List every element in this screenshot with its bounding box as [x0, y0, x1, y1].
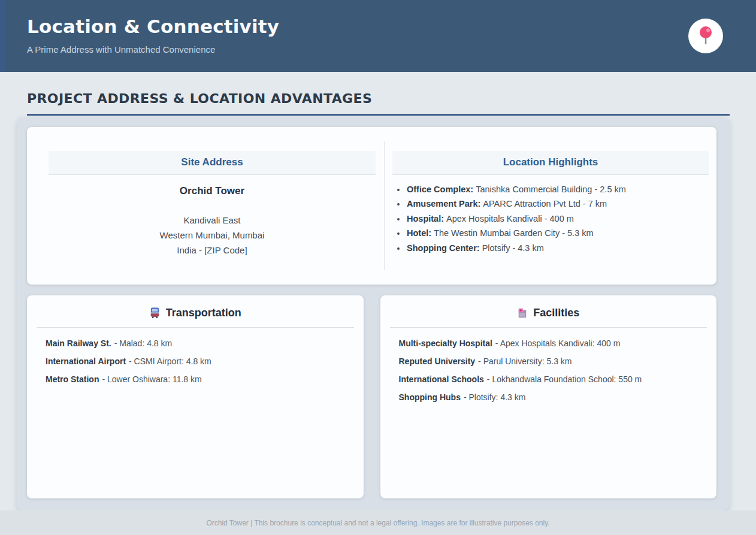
item-label: International Schools	[399, 374, 484, 384]
item-text: - Lower Oshiwara: 11.8 km	[102, 374, 201, 384]
pin-badge	[688, 19, 723, 53]
section-heading-wrap: PROJECT ADDRESS & LOCATION ADVANTAGES	[27, 72, 730, 116]
highlight-text: Tanishka Commercial Building - 2.5 km	[476, 185, 626, 194]
transportation-item: Metro Station- Lower Oshiwara: 11.8 km	[46, 374, 345, 384]
highlight-text: APARC Attraction Pvt Ltd - 7 km	[483, 199, 607, 208]
section-heading: PROJECT ADDRESS & LOCATION ADVANTAGES	[27, 91, 730, 107]
item-label: Metro Station	[46, 374, 99, 384]
site-address-title: Site Address	[49, 151, 376, 175]
item-label: Main Railway St.	[46, 338, 111, 348]
address-highlights-card: Site Address Orchid Tower Kandivali East…	[27, 127, 716, 285]
item-label: International Airport	[46, 356, 126, 366]
transportation-item: International Airport- CSMI Airport: 4.8…	[46, 356, 345, 366]
item-text: - Malad: 4.8 km	[114, 338, 172, 348]
facilities-list: Multi-specialty Hospital- Apex Hospitals…	[390, 328, 707, 402]
highlight-text: Plotsify - 4.3 km	[482, 243, 544, 253]
highlight-item: Amusement Park:APARC Attraction Pvt Ltd …	[406, 197, 709, 211]
facilities-title-text: Facilities	[533, 306, 579, 319]
train-icon	[149, 307, 161, 319]
item-label: Reputed University	[399, 356, 476, 366]
highlight-text: The Westin Mumbai Garden City - 5.3 km	[434, 228, 593, 238]
item-label: Shopping Hubs	[399, 392, 461, 402]
highlight-text: Apex Hospitals Kandivali - 400 m	[446, 214, 574, 223]
facility-item: Multi-specialty Hospital- Apex Hospitals…	[399, 338, 698, 348]
main-content: PROJECT ADDRESS & LOCATION ADVANTAGES Si…	[0, 72, 756, 510]
round-pushpin-icon	[698, 26, 713, 46]
facilities-card-title: Facilities	[390, 295, 707, 328]
header: Location & Connectivity A Prime Address …	[0, 0, 756, 72]
item-text: - Lokhandwala Foundation School: 550 m	[487, 374, 642, 384]
transportation-list: Main Railway St.- Malad: 4.8 km Internat…	[37, 328, 354, 384]
highlight-label: Office Complex:	[407, 185, 473, 194]
content-panel: Site Address Orchid Tower Kandivali East…	[17, 117, 730, 510]
highlight-label: Hotel:	[407, 228, 431, 238]
highlight-item: Shopping Center:Plotsify - 4.3 km	[406, 241, 709, 255]
transportation-title-text: Transportation	[166, 306, 241, 319]
highlight-label: Hospital:	[407, 214, 444, 223]
page-subtitle: A Prime Address with Unmatched Convenien…	[27, 44, 756, 55]
highlight-item: Hospital:Apex Hospitals Kandivali - 400 …	[406, 211, 709, 226]
address-block: Kandivali East Western Mumbai, Mumbai In…	[49, 213, 376, 258]
highlights-list: Office Complex:Tanishka Commercial Build…	[392, 182, 709, 255]
location-highlights-section: Location Highlights Office Complex:Tanis…	[385, 127, 716, 285]
facilities-card: Facilities Multi-specialty Hospital- Ape…	[380, 295, 717, 498]
item-text: - Parul University: 5.3 km	[478, 356, 571, 366]
item-label: Multi-specialty Hospital	[399, 338, 492, 348]
address-line: India - [ZIP Code]	[49, 243, 376, 258]
highlight-item: Office Complex:Tanishka Commercial Build…	[406, 182, 709, 197]
highlight-label: Shopping Center:	[407, 243, 480, 253]
location-highlights-title: Location Highlights	[392, 151, 709, 175]
hospital-icon	[517, 307, 528, 319]
site-address-section: Site Address Orchid Tower Kandivali East…	[27, 127, 384, 285]
item-text: - Apex Hospitals Kandivali: 400 m	[495, 338, 621, 348]
highlight-label: Amusement Park:	[407, 199, 480, 208]
transportation-card-title: Transportation	[37, 295, 354, 328]
highlight-item: Hotel:The Westin Mumbai Garden City - 5.…	[406, 226, 709, 240]
address-line: Kandivali East	[49, 213, 376, 228]
footer-disclaimer: Orchid Tower | This brochure is conceptu…	[206, 519, 549, 527]
item-text: - Plotsify: 4.3 km	[464, 392, 525, 402]
transportation-card: Transportation Main Railway St.- Malad: …	[27, 295, 364, 498]
footer: Orchid Tower | This brochure is conceptu…	[0, 510, 756, 535]
facility-item: Reputed University- Parul University: 5.…	[399, 356, 698, 366]
page-title: Location & Connectivity	[27, 15, 756, 38]
item-text: - CSMI Airport: 4.8 km	[129, 356, 211, 366]
facility-item: International Schools- Lokhandwala Found…	[399, 374, 698, 384]
address-line: Western Mumbai, Mumbai	[49, 228, 376, 243]
transportation-item: Main Railway St.- Malad: 4.8 km	[46, 338, 345, 348]
facility-item: Shopping Hubs- Plotsify: 4.3 km	[399, 392, 698, 402]
bottom-card-row: Transportation Main Railway St.- Malad: …	[27, 295, 716, 498]
project-name: Orchid Tower	[49, 185, 376, 197]
